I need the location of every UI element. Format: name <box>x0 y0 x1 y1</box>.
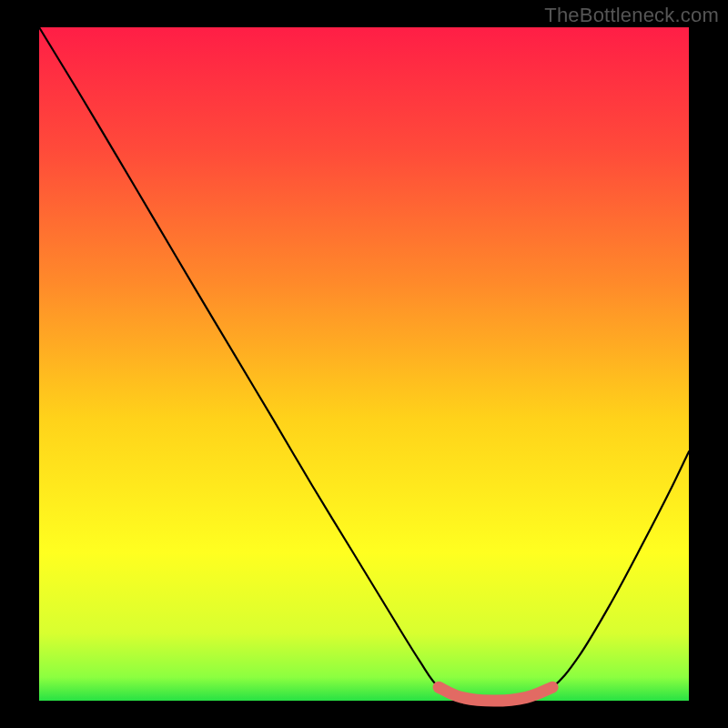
watermark-text: TheBottleneck.com <box>544 4 719 27</box>
chart-frame: TheBottleneck.com <box>0 0 728 728</box>
plot-area <box>39 27 689 701</box>
bottleneck-chart <box>0 0 728 728</box>
